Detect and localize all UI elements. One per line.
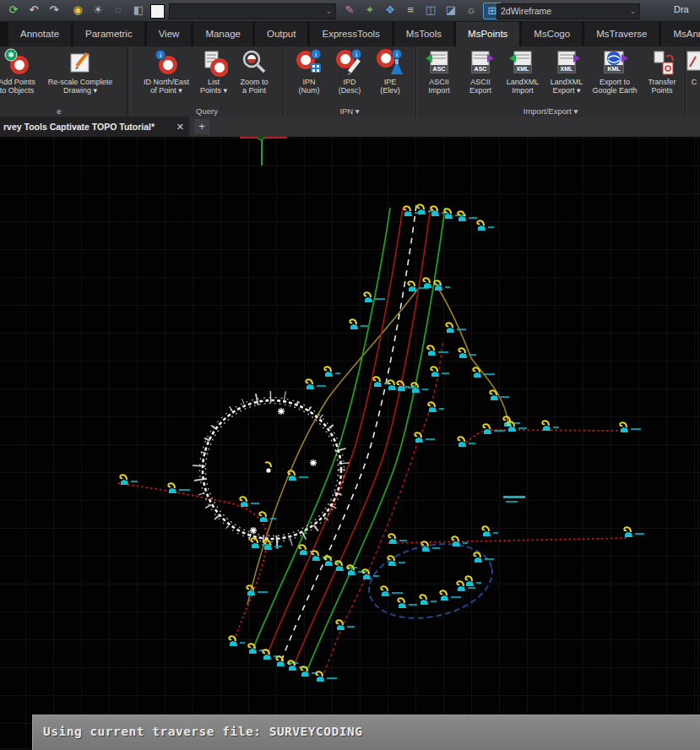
ribbon-button-clip-fragment[interactable]: C <box>686 48 700 86</box>
x-mark <box>310 459 317 466</box>
tiny-text-label <box>506 501 518 503</box>
command-line[interactable]: Using current traverse file: SURVEYCODIN… <box>32 715 700 750</box>
tree-spike <box>211 426 216 429</box>
layer-dropdown[interactable]: ⌄ <box>169 3 336 19</box>
ribbon-tab-annotate[interactable]: Annotate <box>8 22 71 46</box>
point-label <box>409 604 417 606</box>
point-label <box>274 546 282 547</box>
ribbon-button-landxml-import[interactable]: XMLLandXML Import <box>501 48 545 95</box>
point-flag-icon <box>482 526 489 531</box>
quick-access-toolbar: ⟳↶↷◉☀◌◧⌄✎✦❖≡◫◪☼⊞▣2dWireframe⌄Dra <box>0 0 700 22</box>
point-label <box>240 642 245 644</box>
points-pair-icon[interactable]: ❖ <box>382 3 399 18</box>
matchprops-icon[interactable]: ✎ <box>341 3 358 18</box>
survey-point-marker <box>474 372 481 378</box>
color-swatch[interactable] <box>150 4 165 19</box>
survey-point-marker <box>263 655 271 660</box>
survey-point-marker <box>260 517 268 522</box>
ribbon-tab-msanno[interactable]: MsAnno <box>661 22 700 46</box>
lock-icon[interactable]: ◧ <box>130 3 147 18</box>
point-flag-icon <box>364 292 371 297</box>
survey-point-marker <box>421 600 428 605</box>
list-lamp-icon[interactable]: ≡ <box>402 3 419 18</box>
ribbon-button-id-ne[interactable]: iID North/East of Point ▾ <box>138 48 194 95</box>
ribbon-button-zoom-point[interactable]: Zoom to a Point <box>233 48 275 95</box>
point-label <box>553 427 559 428</box>
point-label <box>347 626 355 628</box>
survey-point-marker <box>317 677 324 682</box>
ribbon-tab-mstraverse[interactable]: MsTraverse <box>584 22 659 46</box>
ribbon-tab-mscogo[interactable]: MsCogo <box>522 22 582 46</box>
wand-icon[interactable]: ✦ <box>361 3 378 18</box>
point-flag-icon <box>265 462 271 467</box>
undo-icon[interactable]: ↶ <box>25 3 42 18</box>
survey-point-marker <box>445 214 453 219</box>
ribbon-button-transfer-points[interactable]: Transfer Points <box>641 48 683 95</box>
survey-point-marker <box>459 216 466 221</box>
survey-point-marker <box>435 285 442 291</box>
file-tab-bar: rvey Tools Captivate TOPO Tutorial* ✕ + <box>0 117 700 137</box>
viewport-icon[interactable]: ◫ <box>422 3 439 18</box>
ribbon-tab-mspoints[interactable]: MsPoints <box>456 22 519 46</box>
survey-point-marker <box>374 382 382 387</box>
shade-icon[interactable]: ◪ <box>442 3 459 18</box>
point-flag-icon <box>381 586 388 591</box>
tree-spike <box>256 394 258 405</box>
landxml-export-icon: XML <box>552 48 581 77</box>
point-flag-icon <box>465 576 472 581</box>
x-mark <box>278 408 285 415</box>
tree-spike <box>230 406 233 411</box>
ribbon-button-label: List Points ▾ <box>194 78 233 95</box>
ribbon-tab-mstools[interactable]: MsTools <box>394 22 453 46</box>
ipd-icon: i <box>335 48 364 77</box>
redo-icon[interactable]: ↷ <box>46 3 62 18</box>
ribbon-tab-output[interactable]: Output <box>255 22 308 46</box>
ribbon-button-ipd[interactable]: iIPD (Desc) <box>329 48 370 95</box>
ribbon-tab-expresstools[interactable]: ExpressTools <box>310 22 391 46</box>
cad-application-window: ⟳↶↷◉☀◌◧⌄✎✦❖≡◫◪☼⊞▣2dWireframe⌄Dra Annotat… <box>0 0 700 750</box>
survey-point-marker <box>252 543 259 548</box>
rescale-icon <box>66 48 95 77</box>
tree-spike <box>329 425 334 428</box>
ribbon-button-label: Export to Google Earth <box>589 78 641 95</box>
point-label <box>439 408 444 410</box>
ribbon-tab-manage[interactable]: Manage <box>193 22 252 46</box>
point-flag-icon <box>427 345 434 351</box>
ribbon-button-ascii-export[interactable]: ASCASCII Export <box>460 48 501 95</box>
ribbon-panel-partial: C <box>686 46 700 117</box>
ribbon-button-list-points[interactable]: List Points ▾ <box>194 48 233 95</box>
visual-style-dropdown[interactable]: 2dWireframe⌄ <box>497 3 640 19</box>
survey-point-marker <box>325 372 333 377</box>
survey-point-marker <box>300 550 307 555</box>
close-icon[interactable]: ✕ <box>176 117 184 137</box>
survey-point-marker <box>337 625 345 630</box>
ribbon-button-ascii-import[interactable]: ASCASCII Import <box>418 48 460 95</box>
bulb-icon[interactable]: ◉ <box>69 3 86 18</box>
survey-point-marker <box>325 561 333 566</box>
freeze-icon[interactable]: ◌ <box>110 3 127 18</box>
survey-point-marker <box>121 480 128 485</box>
sync-icon[interactable]: ⟳ <box>5 3 22 18</box>
point-label <box>270 518 276 519</box>
ribbon-tab-view[interactable]: View <box>147 22 192 46</box>
point-flag-icon <box>483 424 490 429</box>
settings-icon[interactable]: ☼ <box>463 3 480 18</box>
survey-point-marker <box>350 324 358 329</box>
ribbon-button-landxml-export[interactable]: XMLLandXML Export ▾ <box>545 48 589 95</box>
point-label <box>494 430 505 432</box>
survey-point-marker <box>312 556 320 561</box>
ribbon-button-ipe[interactable]: iIPE (Elev) <box>370 48 410 95</box>
sun-icon[interactable]: ☀ <box>90 3 106 18</box>
survey-point-marker <box>289 666 296 671</box>
new-tab-button[interactable]: + <box>194 119 209 134</box>
ribbon-tab-parametric[interactable]: Parametric <box>73 22 144 46</box>
ribbon-button-ipn[interactable]: iIPN (Num) <box>289 48 329 95</box>
ribbon-button-google-earth[interactable]: KMLExport to Google Earth <box>589 48 641 95</box>
point-label <box>485 558 494 560</box>
survey-point-marker <box>418 209 426 215</box>
red-dotted-left <box>118 483 267 642</box>
tree-center-point <box>266 468 270 472</box>
ribbon-button-rescale[interactable]: Re-scale Complete Drawing ▾ <box>38 48 122 95</box>
file-tab-drawing[interactable]: rvey Tools Captivate TOPO Tutorial* ✕ <box>0 117 189 137</box>
ribbon-button-add-points[interactable]: ✱Add Points to Objects <box>0 48 38 95</box>
